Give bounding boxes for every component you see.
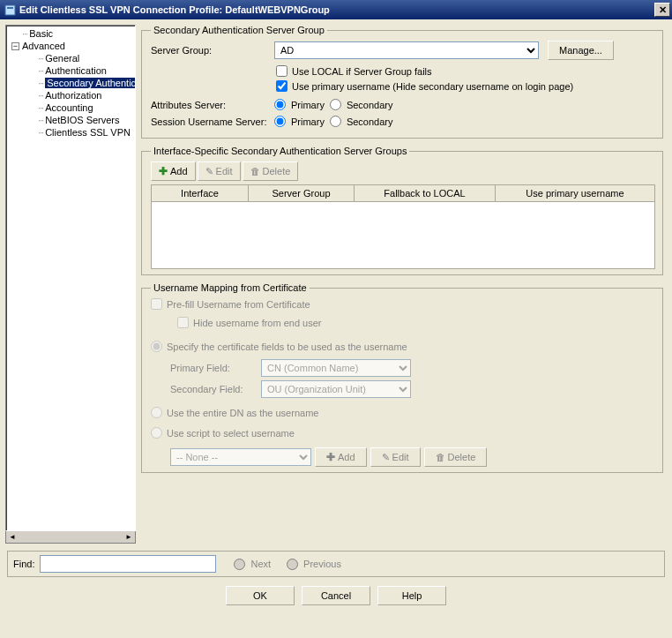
col-fallback[interactable]: Fallback to LOCAL	[355, 185, 496, 201]
script-add-button: ✚Add	[315, 447, 367, 467]
cancel-button[interactable]: Cancel	[302, 586, 370, 605]
trash-icon: 🗑	[436, 452, 445, 462]
tree-clientless-ssl[interactable]: ···Clientless SSL VPN	[6, 126, 135, 139]
use-script-radio	[151, 427, 162, 439]
use-primary-user-checkbox[interactable]	[276, 80, 287, 92]
sess-secondary-radio[interactable]	[330, 116, 341, 127]
close-button[interactable]: ✕	[654, 3, 670, 17]
ispec-edit-button[interactable]: ✎Edit	[198, 161, 241, 181]
find-bar: Find: Next Previous	[7, 551, 665, 577]
minus-icon[interactable]: −	[11, 42, 19, 50]
tree-accounting[interactable]: ···Accounting	[6, 101, 135, 114]
plus-icon: ✚	[159, 165, 168, 177]
attr-secondary-radio[interactable]	[330, 99, 341, 110]
scroll-left-icon[interactable]: ◄	[6, 532, 19, 543]
scroll-right-icon[interactable]: ►	[123, 532, 135, 543]
plus-icon: ✚	[326, 451, 335, 463]
tree-advanced[interactable]: −Advanced	[6, 40, 135, 52]
hide-user-checkbox	[177, 317, 189, 328]
tree-authentication[interactable]: ···Authentication	[6, 64, 135, 77]
col-interface[interactable]: Interface	[152, 185, 249, 201]
use-dn-label: Use the entire DN as the username	[167, 408, 318, 418]
server-group-select[interactable]: AD	[274, 41, 539, 59]
edit-icon: ✎	[205, 166, 213, 177]
ispec-add-button[interactable]: ✚Add	[151, 161, 196, 181]
previous-label: Previous	[303, 559, 341, 569]
tree-authorization[interactable]: ···Authorization	[6, 89, 135, 101]
secondary-field-select: OU (Organization Unit)	[261, 380, 411, 398]
app-icon	[4, 4, 16, 16]
ispec-table[interactable]: Interface Server Group Fallback to LOCAL…	[151, 184, 655, 269]
username-mapping-group: Username Mapping from Certificate Pre-fi…	[141, 282, 663, 473]
hide-user-label: Hide username from end user	[193, 318, 322, 328]
server-group-label: Server Group:	[151, 45, 274, 56]
sasg-legend: Secondary Authentication Server Group	[151, 25, 327, 35]
use-dn-radio	[151, 407, 162, 418]
title-bar: Edit Clientless SSL VPN Connection Profi…	[0, 0, 672, 19]
nav-tree: ···Basic −Advanced ···General ···Authent…	[5, 25, 136, 531]
find-input[interactable]	[40, 555, 216, 573]
next-label: Next	[250, 559, 271, 569]
manage-button[interactable]: Manage...	[548, 41, 614, 60]
edit-icon: ✎	[382, 452, 390, 463]
secondary-field-label: Secondary Field:	[170, 384, 258, 394]
script-edit-button: ✎Edit	[370, 447, 421, 467]
col-server-group[interactable]: Server Group	[249, 185, 355, 201]
previous-icon[interactable]	[287, 559, 298, 570]
dialog-footer: OK Cancel Help	[0, 582, 672, 612]
attr-server-label: Attributes Server:	[151, 100, 274, 110]
prefill-checkbox	[151, 298, 162, 310]
find-label: Find:	[13, 559, 34, 569]
tree-secondary-auth[interactable]: ···Secondary Authenticat	[6, 77, 135, 89]
specify-label: Specify the certificate fields to be use…	[167, 342, 407, 352]
sess-primary-radio[interactable]	[274, 116, 286, 127]
help-button[interactable]: Help	[377, 586, 446, 605]
primary-field-label: Primary Field:	[170, 363, 258, 373]
secondary-auth-group: Secondary Authentication Server Group Se…	[141, 25, 663, 139]
ispec-legend: Interface-Specific Secondary Authenticat…	[151, 146, 409, 156]
ispec-delete-button[interactable]: 🗑Delete	[243, 161, 299, 181]
tree-hscroll[interactable]: ◄ ►	[5, 531, 136, 544]
col-use-primary[interactable]: Use primary username	[496, 185, 654, 201]
window-title: Edit Clientless SSL VPN Connection Profi…	[19, 4, 654, 15]
umap-legend: Username Mapping from Certificate	[151, 282, 310, 293]
interface-specific-group: Interface-Specific Secondary Authenticat…	[141, 146, 663, 275]
use-script-label: Use script to select username	[167, 428, 295, 439]
tree-general[interactable]: ···General	[6, 52, 135, 64]
primary-field-select: CN (Common Name)	[261, 359, 411, 377]
use-local-checkbox[interactable]	[276, 65, 287, 77]
sess-user-label: Session Username Server:	[151, 116, 274, 127]
tree-netbios[interactable]: ···NetBIOS Servers	[6, 114, 135, 126]
svg-rect-0	[5, 5, 15, 15]
trash-icon: 🗑	[250, 166, 260, 176]
prefill-label: Pre-fill Username from Certificate	[167, 299, 310, 310]
svg-rect-1	[7, 7, 13, 9]
ok-button[interactable]: OK	[226, 586, 295, 605]
script-select: -- None --	[170, 448, 311, 466]
ispec-table-head: Interface Server Group Fallback to LOCAL…	[152, 185, 654, 202]
use-primary-user-label: Use primary username (Hide secondary use…	[292, 81, 573, 92]
attr-primary-radio[interactable]	[274, 99, 286, 110]
tree-basic[interactable]: ···Basic	[6, 27, 135, 40]
next-icon[interactable]	[234, 559, 245, 570]
specify-radio	[151, 341, 162, 352]
use-local-label: Use LOCAL if Server Group fails	[292, 66, 432, 77]
script-delete-button: 🗑Delete	[424, 447, 488, 467]
